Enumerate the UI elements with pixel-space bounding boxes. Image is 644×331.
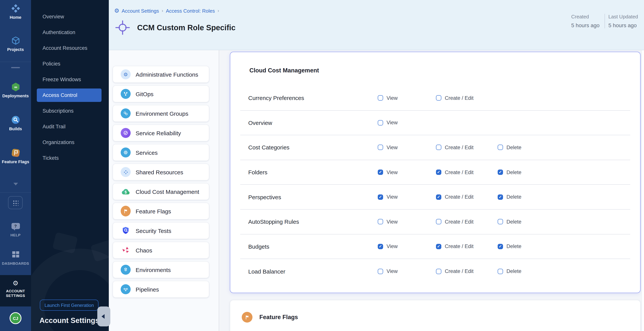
- sidebar-collapse-handle[interactable]: [97, 306, 110, 326]
- rail-item-help[interactable]: ? HELP: [0, 223, 31, 238]
- breadcrumb-access-control-roles[interactable]: Access Control: Roles: [166, 8, 215, 14]
- resource-card-feature-flags[interactable]: Feature Flags: [113, 203, 209, 220]
- help-chat-icon: ?: [11, 223, 20, 229]
- checkbox-load-balancer-delete[interactable]: [498, 269, 503, 274]
- resource-card-label: Services: [136, 149, 158, 156]
- rail-item-account-settings[interactable]: ⚙ ACCOUNT SETTINGS: [0, 275, 31, 306]
- resource-card-security-tests[interactable]: Security Tests: [113, 222, 209, 239]
- sidebar-item-overview[interactable]: Overview: [37, 10, 102, 23]
- sidebar-item-tickets[interactable]: Tickets: [37, 151, 102, 165]
- perm-label: Create / Edit: [445, 244, 474, 250]
- resource-card-environments[interactable]: Environments: [113, 261, 209, 278]
- breadcrumb-account-settings[interactable]: Account Settings: [122, 8, 159, 14]
- perm-perspectives-delete: Delete: [498, 194, 522, 200]
- rail-item-builds[interactable]: Builds: [0, 115, 31, 131]
- vertical-scrollbar[interactable]: [641, 50, 644, 331]
- checkbox-perspectives-delete[interactable]: [498, 194, 503, 200]
- sidebar-item-subscriptions[interactable]: Subscriptions: [37, 104, 102, 118]
- collapse-left-icon: [102, 314, 104, 319]
- permission-row-label: Perspectives: [248, 194, 281, 200]
- resource-card-label: Feature Flags: [136, 208, 171, 214]
- launch-first-generation-button[interactable]: Launch First Generation: [40, 300, 98, 311]
- checkbox-folders-delete[interactable]: [498, 170, 503, 175]
- avatar[interactable]: CJ: [10, 312, 22, 324]
- module-rail: Home Projects ∞ Deployments Builds: [0, 0, 31, 331]
- perm-label: Create / Edit: [445, 194, 474, 200]
- checkbox-overview-view[interactable]: [378, 120, 383, 126]
- resource-card-service-reliability[interactable]: Service Reliability: [113, 124, 209, 141]
- checkbox-folders-view[interactable]: [378, 170, 383, 175]
- resource-card-services[interactable]: Services: [113, 144, 209, 161]
- sidebar-item-authentication[interactable]: Authentication: [37, 26, 102, 39]
- breadcrumb-separator: ›: [218, 8, 219, 14]
- chevron-down-icon[interactable]: [14, 183, 18, 186]
- perm-autostopping-rules-delete: Delete: [498, 219, 522, 225]
- checkbox-perspectives-view[interactable]: [378, 194, 383, 200]
- resource-card-gitops[interactable]: GitOps: [113, 86, 209, 102]
- perm-label: Create / Edit: [445, 219, 474, 225]
- checkbox-folders-create-edit[interactable]: [436, 170, 441, 175]
- checkbox-autostopping-rules-create-edit[interactable]: [436, 219, 441, 224]
- perm-currency-preferences-create-edit: Create / Edit: [436, 95, 474, 101]
- sidebar-item-freeze-windows[interactable]: Freeze Windows: [37, 73, 102, 86]
- checkbox-autostopping-rules-view[interactable]: [378, 219, 383, 224]
- checkbox-load-balancer-create-edit[interactable]: [436, 269, 441, 274]
- settings-sidebar: OverviewAuthenticationAccount ResourcesP…: [31, 0, 109, 331]
- module-picker-button[interactable]: [8, 196, 22, 209]
- resource-card-chaos[interactable]: Chaos: [113, 242, 209, 258]
- last-updated-value: 5 hours ago: [608, 22, 638, 28]
- perm-label: Delete: [506, 169, 522, 175]
- checkbox-cost-categories-view[interactable]: [378, 145, 383, 150]
- resource-list: ⚙Administrative FunctionsGitOpsEnvironme…: [113, 66, 209, 300]
- checkbox-autostopping-rules-delete[interactable]: [498, 219, 503, 224]
- services-icon: [121, 148, 131, 158]
- sidebar-item-policies[interactable]: Policies: [37, 57, 102, 70]
- sidebar-item-account-resources[interactable]: Account Resources: [37, 42, 102, 55]
- rail-item-label: Home: [0, 15, 31, 20]
- sidebar-item-organizations[interactable]: Organizations: [37, 136, 102, 149]
- resource-card-pipelines[interactable]: Pipelines: [113, 281, 209, 298]
- permission-row-cost-categories: Cost CategoriesViewCreate / EditDelete: [240, 135, 630, 160]
- rail-item-home[interactable]: Home: [0, 4, 31, 20]
- last-updated-label: Last Updated: [608, 14, 638, 20]
- resource-column: ⚙Administrative FunctionsGitOpsEnvironme…: [109, 50, 219, 331]
- rail-item-label: Deployments: [0, 94, 31, 98]
- panel-title: Cloud Cost Management: [250, 67, 319, 74]
- app-root: Home Projects ∞ Deployments Builds: [0, 0, 644, 331]
- checkbox-perspectives-create-edit[interactable]: [436, 194, 441, 200]
- resource-card-label: Cloud Cost Management: [136, 188, 199, 195]
- role-meta: Created 5 hours ago Last Updated 5 hours…: [571, 14, 638, 28]
- checkbox-load-balancer-view[interactable]: [378, 269, 383, 274]
- deployments-hexagon-icon: ∞: [0, 82, 31, 92]
- rail-item-deployments[interactable]: ∞ Deployments: [0, 82, 31, 98]
- perm-load-balancer-create-edit: Create / Edit: [436, 268, 474, 274]
- sidebar-item-audit-trail[interactable]: Audit Trail: [37, 120, 102, 133]
- permission-row-budgets: BudgetsViewCreate / EditDelete: [240, 234, 630, 259]
- perm-label: View: [386, 120, 398, 126]
- checkbox-cost-categories-delete[interactable]: [498, 145, 503, 150]
- rail-item-feature-flags[interactable]: Feature Flags: [0, 148, 31, 164]
- checkbox-cost-categories-create-edit[interactable]: [436, 145, 441, 150]
- sidebar-item-access-control[interactable]: Access Control: [37, 88, 102, 102]
- checkbox-currency-preferences-create-edit[interactable]: [436, 96, 441, 101]
- resource-card-environment-groups[interactable]: Environment Groups: [113, 105, 209, 122]
- gear-watermark-tooth: [52, 232, 78, 254]
- resource-card-administrative-functions[interactable]: ⚙Administrative Functions: [113, 66, 209, 83]
- perm-label: Create / Edit: [445, 95, 474, 101]
- main-content: Cloud Cost Management Currency Preferenc…: [219, 50, 644, 331]
- resource-card-shared-resources[interactable]: Shared Resources: [113, 164, 209, 180]
- breadcrumb-separator: ›: [162, 8, 163, 14]
- gitops-icon: [121, 89, 131, 99]
- checkbox-budgets-delete[interactable]: [498, 244, 503, 249]
- checkbox-currency-preferences-view[interactable]: [378, 96, 383, 101]
- permissions-panel: Cloud Cost Management Currency Preferenc…: [230, 52, 640, 293]
- rail-item-projects[interactable]: Projects: [0, 36, 31, 52]
- checkbox-budgets-view[interactable]: [378, 244, 383, 249]
- environment-groups-icon: [121, 108, 131, 118]
- created-value: 5 hours ago: [571, 22, 601, 28]
- rail-item-dashboards[interactable]: DASHBOARDS: [0, 251, 31, 266]
- perm-label: Delete: [506, 194, 522, 200]
- permission-row-label: Load Balancer: [248, 268, 286, 275]
- resource-card-cloud-cost-management[interactable]: $Cloud Cost Management: [113, 183, 209, 200]
- checkbox-budgets-create-edit[interactable]: [436, 244, 441, 249]
